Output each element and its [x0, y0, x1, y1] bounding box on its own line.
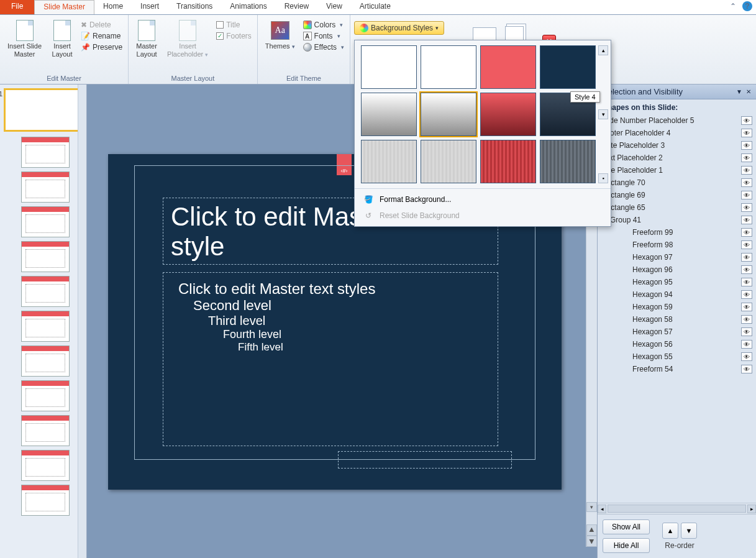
show-all-button[interactable]: Show All: [603, 519, 650, 534]
shape-row[interactable]: Title Placeholder 1👁: [600, 164, 754, 176]
shape-row[interactable]: Hexagon 97👁: [600, 251, 754, 263]
format-background-item[interactable]: 🪣 Format Background...: [355, 191, 611, 208]
shape-row[interactable]: Hexagon 94👁: [600, 288, 754, 301]
tab-insert[interactable]: Insert: [132, 0, 168, 14]
tab-articulate[interactable]: Articulate: [351, 0, 399, 14]
insert-layout-button[interactable]: Insert Layout: [48, 17, 76, 61]
selection-pane-hscroll[interactable]: ◂ ▸: [598, 503, 756, 514]
shape-row[interactable]: ⊟Group 41👁: [600, 214, 754, 226]
scroll-left-icon[interactable]: ◂: [598, 505, 606, 513]
title-checkbox[interactable]: Title: [214, 20, 253, 30]
thumbnail-layout[interactable]: [21, 415, 70, 446]
thumbnail-master[interactable]: 1: [4, 88, 84, 132]
visibility-toggle[interactable]: 👁: [741, 178, 752, 187]
thumbnail-layout[interactable]: [21, 380, 70, 411]
shape-row[interactable]: Text Placeholder 2👁: [600, 152, 754, 164]
bg-style-swatch-5[interactable]: [361, 93, 417, 136]
shape-row[interactable]: Hexagon 96👁: [600, 263, 754, 276]
visibility-toggle[interactable]: 👁: [741, 191, 752, 199]
bg-style-swatch-6[interactable]: [421, 93, 476, 136]
tab-home[interactable]: Home: [94, 0, 132, 14]
selection-pane-close-icon[interactable]: ✕: [746, 88, 751, 95]
thumbnail-layout[interactable]: [21, 345, 70, 377]
colors-button[interactable]: Colors: [301, 20, 346, 30]
insert-slide-master-button[interactable]: Insert Slide Master: [4, 17, 45, 61]
shape-row[interactable]: Hexagon 55👁: [600, 350, 754, 363]
body-placeholder[interactable]: Click to edit Master text styles Second …: [163, 272, 498, 446]
tab-file[interactable]: File: [0, 0, 34, 14]
tab-transitions[interactable]: Transitions: [168, 0, 221, 14]
visibility-toggle[interactable]: 👁: [741, 253, 752, 262]
effects-button[interactable]: Effects: [301, 42, 346, 52]
reorder-up-button[interactable]: ▲: [662, 523, 678, 539]
thumbnail-layout[interactable]: [21, 206, 70, 237]
background-styles-button[interactable]: Background Styles ▾: [354, 21, 444, 35]
gallery-scroll-down[interactable]: ▾: [598, 109, 608, 119]
gallery-expand[interactable]: ▪: [598, 173, 608, 183]
shape-row[interactable]: Freeform 99👁: [600, 226, 754, 239]
thumbnail-layout[interactable]: [21, 241, 70, 272]
thumbnail-layout[interactable]: [21, 276, 70, 307]
shape-row[interactable]: Rectangle 70👁: [600, 176, 754, 189]
visibility-toggle[interactable]: 👁: [741, 327, 752, 336]
shape-row[interactable]: Footer Placeholder 4👁: [600, 127, 754, 139]
bg-style-swatch-1[interactable]: [361, 45, 417, 89]
shape-row[interactable]: Freeform 54👁: [600, 363, 754, 375]
visibility-toggle[interactable]: 👁: [741, 216, 752, 224]
master-layout-button[interactable]: Master Layout: [132, 17, 161, 61]
visibility-toggle[interactable]: 👁: [741, 315, 752, 324]
shape-row[interactable]: Hexagon 56👁: [600, 338, 754, 350]
visibility-toggle[interactable]: 👁: [741, 352, 752, 361]
minimize-ribbon-icon[interactable]: ⌃: [730, 2, 736, 11]
visibility-toggle[interactable]: 👁: [741, 228, 752, 237]
visibility-toggle[interactable]: 👁: [741, 153, 752, 162]
tab-slide-master[interactable]: Slide Master: [34, 0, 94, 14]
reorder-down-button[interactable]: ▼: [681, 523, 697, 539]
help-icon[interactable]: ?: [742, 1, 752, 11]
tab-view[interactable]: View: [317, 0, 351, 14]
visibility-toggle[interactable]: 👁: [741, 278, 752, 286]
themes-button[interactable]: Aa Themes: [262, 17, 299, 53]
gallery-scroll-up[interactable]: ▴: [598, 45, 608, 55]
scroll-down-icon[interactable]: ▾: [586, 502, 597, 512]
preserve-button[interactable]: 📌Preserve: [79, 42, 124, 52]
visibility-toggle[interactable]: 👁: [741, 290, 752, 299]
tab-animations[interactable]: Animations: [221, 0, 275, 14]
visibility-toggle[interactable]: 👁: [741, 303, 752, 311]
bg-style-swatch-7[interactable]: [480, 93, 536, 136]
visibility-toggle[interactable]: 👁: [741, 141, 752, 150]
thumbnail-layout[interactable]: [21, 311, 70, 342]
bg-style-swatch-3[interactable]: [480, 45, 536, 89]
bg-style-swatch-10[interactable]: [421, 140, 476, 183]
thumbnail-layout[interactable]: [21, 485, 70, 516]
bg-style-swatch-2[interactable]: [421, 45, 476, 89]
bg-style-swatch-9[interactable]: [361, 140, 417, 183]
tab-review[interactable]: Review: [276, 0, 317, 14]
insert-placeholder-button[interactable]: Insert Placeholder: [163, 17, 212, 62]
thumbnail-layout[interactable]: [21, 137, 70, 168]
bg-style-swatch-12[interactable]: [540, 140, 596, 183]
visibility-toggle[interactable]: 👁: [741, 365, 752, 373]
shape-row[interactable]: Rectangle 69👁: [600, 189, 754, 201]
visibility-toggle[interactable]: 👁: [741, 340, 752, 349]
bg-style-swatch-4[interactable]: [540, 45, 596, 89]
hide-all-button[interactable]: Hide All: [603, 538, 650, 553]
visibility-toggle[interactable]: 👁: [741, 166, 752, 175]
shape-row[interactable]: Hexagon 57👁: [600, 326, 754, 338]
shape-row[interactable]: Hexagon 59👁: [600, 301, 754, 313]
selection-pane-dropdown-icon[interactable]: ▼: [736, 88, 742, 95]
footer-placeholder[interactable]: [338, 451, 512, 469]
visibility-toggle[interactable]: 👁: [741, 203, 752, 212]
visibility-toggle[interactable]: 👁: [741, 265, 752, 274]
shape-row[interactable]: Hexagon 95👁: [600, 276, 754, 288]
visibility-toggle[interactable]: 👁: [741, 116, 752, 125]
shape-row[interactable]: Hexagon 58👁: [600, 313, 754, 326]
thumbnail-layout[interactable]: [21, 172, 70, 203]
scroll-right-icon[interactable]: ▸: [747, 505, 756, 513]
shape-row[interactable]: Slide Number Placeholder 5👁: [600, 114, 754, 127]
fonts-button[interactable]: AFonts: [301, 31, 346, 41]
shape-row[interactable]: Date Placeholder 3👁: [600, 139, 754, 152]
shape-row[interactable]: Rectangle 65👁: [600, 201, 754, 214]
visibility-toggle[interactable]: 👁: [741, 129, 752, 137]
delete-button[interactable]: ✖Delete: [79, 20, 124, 30]
